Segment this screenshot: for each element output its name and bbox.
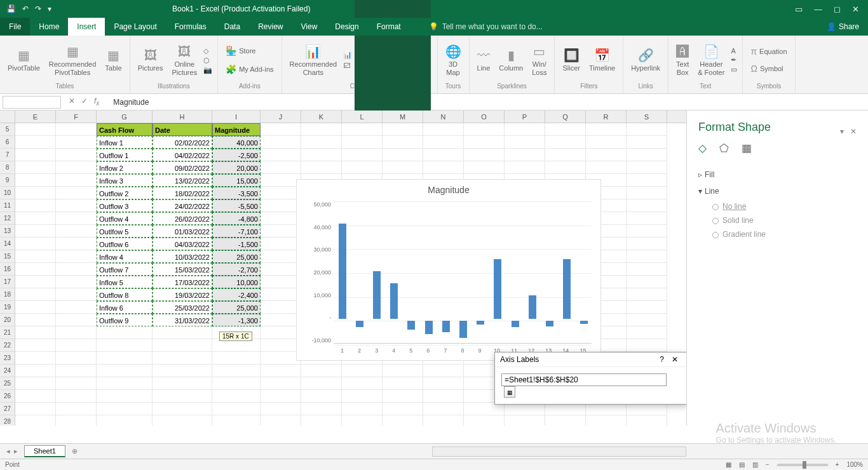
- cell[interactable]: 25,000: [212, 250, 261, 263]
- cell[interactable]: [15, 415, 56, 426]
- chart-bar[interactable]: [546, 321, 553, 326]
- chart-title[interactable]: Magnitude: [297, 180, 600, 200]
- close-icon[interactable]: ✕: [852, 4, 859, 14]
- horizontal-scrollbar[interactable]: [432, 446, 686, 457]
- redo-icon[interactable]: ↷: [35, 4, 41, 13]
- tab-format[interactable]: Format: [368, 18, 410, 36]
- cell[interactable]: [301, 161, 342, 174]
- cell[interactable]: [15, 136, 56, 149]
- cell[interactable]: [15, 339, 56, 352]
- cell[interactable]: 15,000: [212, 174, 261, 187]
- cell[interactable]: [261, 250, 301, 263]
- cell[interactable]: 25/03/2022: [153, 301, 212, 314]
- cell[interactable]: [56, 136, 97, 149]
- cell[interactable]: [342, 136, 383, 149]
- row-header[interactable]: 8: [0, 161, 15, 174]
- cell[interactable]: Inflow 6: [97, 301, 153, 314]
- cell[interactable]: [153, 339, 212, 352]
- cell[interactable]: [545, 123, 586, 136]
- cell[interactable]: 17/03/2022: [153, 276, 212, 288]
- cell[interactable]: [261, 212, 301, 225]
- range-selector-button[interactable]: ▦: [504, 386, 515, 398]
- chart-bar[interactable]: [373, 271, 381, 319]
- cell[interactable]: [586, 136, 627, 149]
- cell[interactable]: [15, 161, 56, 174]
- cell[interactable]: [212, 390, 261, 403]
- cell[interactable]: [261, 187, 301, 199]
- cell[interactable]: [342, 161, 383, 174]
- chart-bar[interactable]: [339, 224, 346, 319]
- cell[interactable]: [56, 352, 97, 365]
- cell[interactable]: [97, 365, 153, 377]
- cell[interactable]: -2,400: [212, 288, 261, 301]
- cell[interactable]: [627, 326, 667, 339]
- cell[interactable]: -7,100: [212, 225, 261, 238]
- cell[interactable]: [212, 365, 261, 377]
- cell[interactable]: -2,500: [212, 149, 261, 161]
- line-section[interactable]: ▾Line: [698, 183, 857, 199]
- cell[interactable]: [15, 212, 56, 225]
- cell[interactable]: [97, 339, 153, 352]
- zoom-level[interactable]: 100%: [846, 461, 863, 468]
- chart-bar[interactable]: [512, 321, 519, 327]
- cell[interactable]: [15, 314, 56, 326]
- cell[interactable]: [261, 390, 301, 403]
- column-header[interactable]: L: [342, 111, 383, 123]
- cell[interactable]: [301, 377, 342, 390]
- cell[interactable]: [627, 199, 667, 212]
- cell[interactable]: [56, 238, 97, 250]
- cell[interactable]: [97, 403, 153, 415]
- cell[interactable]: [56, 390, 97, 403]
- cell[interactable]: Inflow 3: [97, 174, 153, 187]
- cell[interactable]: [586, 415, 627, 426]
- cell[interactable]: [627, 174, 667, 187]
- cell[interactable]: [15, 263, 56, 276]
- cell[interactable]: [383, 123, 423, 136]
- cell[interactable]: 02/02/2022: [153, 136, 212, 149]
- slicer-button[interactable]: 🔲Slicer: [560, 46, 583, 74]
- cell[interactable]: [56, 276, 97, 288]
- cell[interactable]: [56, 187, 97, 199]
- online-pictures-button[interactable]: 🖼Online Pictures: [169, 43, 200, 78]
- cell[interactable]: [423, 123, 464, 136]
- cell[interactable]: [301, 415, 342, 426]
- cell[interactable]: [627, 187, 667, 199]
- column-header[interactable]: M: [383, 111, 423, 123]
- column-header[interactable]: S: [627, 111, 667, 123]
- cell[interactable]: [627, 276, 667, 288]
- cell[interactable]: [15, 123, 56, 136]
- fill-line-tab-icon[interactable]: ◇: [698, 142, 707, 155]
- cell[interactable]: Inflow 2: [97, 161, 153, 174]
- chart-bar[interactable]: [563, 259, 571, 319]
- chart-bar[interactable]: [442, 321, 450, 332]
- cell[interactable]: [15, 403, 56, 415]
- cell[interactable]: [261, 276, 301, 288]
- cell[interactable]: [56, 250, 97, 263]
- cell[interactable]: [342, 390, 383, 403]
- cell[interactable]: [545, 149, 586, 161]
- cell[interactable]: [261, 403, 301, 415]
- chart-bar[interactable]: [459, 321, 467, 338]
- cell[interactable]: [15, 301, 56, 314]
- tab-insert[interactable]: Insert: [68, 18, 105, 36]
- equation-button[interactable]: πEquation: [748, 45, 789, 58]
- page-layout-view-icon[interactable]: ▤: [739, 461, 745, 468]
- chart-bar[interactable]: [477, 321, 484, 325]
- cell[interactable]: [301, 123, 342, 136]
- cell[interactable]: [153, 377, 212, 390]
- add-sheet-button[interactable]: ⊕: [65, 447, 84, 455]
- cell[interactable]: 18/02/2022: [153, 187, 212, 199]
- undo-icon[interactable]: ↶: [22, 4, 29, 13]
- cell[interactable]: Date: [153, 123, 212, 136]
- cell[interactable]: [261, 352, 301, 365]
- cell[interactable]: [261, 136, 301, 149]
- cell[interactable]: [261, 288, 301, 301]
- qat-dropdown-icon[interactable]: ▾: [48, 4, 51, 13]
- cell[interactable]: [383, 136, 423, 149]
- tab-page-layout[interactable]: Page Layout: [105, 18, 165, 36]
- row-header[interactable]: 28: [0, 415, 15, 426]
- cell[interactable]: [627, 225, 667, 238]
- cell[interactable]: [627, 123, 667, 136]
- cell[interactable]: [383, 403, 423, 415]
- cell[interactable]: [627, 136, 667, 149]
